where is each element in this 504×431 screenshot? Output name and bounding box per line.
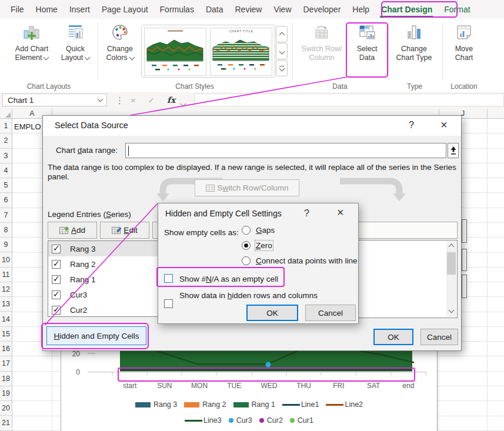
tab-file[interactable]: File xyxy=(5,0,30,19)
option-row-connect[interactable]: Connect data points with line xyxy=(242,253,358,268)
x-axis-label-tue: TUE xyxy=(217,382,252,390)
tab-format[interactable]: Format xyxy=(438,0,476,19)
move-chart-button[interactable]: Move Chart xyxy=(443,22,485,62)
radio-label: Gaps xyxy=(256,226,275,235)
close-icon[interactable]: × xyxy=(337,207,344,218)
scrollbar[interactable] xyxy=(446,241,456,317)
row-header-16[interactable]: 16 xyxy=(0,342,12,356)
radio-label: Connect data points with line xyxy=(256,256,358,265)
row-header-1[interactable]: 1 xyxy=(0,119,12,133)
series-label: Rang 1 xyxy=(70,275,96,284)
row-header-18[interactable]: 18 xyxy=(0,372,12,386)
formula-bar: Chart 1 ⋮ × ✓ fx xyxy=(0,92,504,109)
series-checkbox[interactable] xyxy=(52,306,61,315)
scrollbar-thumb[interactable] xyxy=(447,252,456,275)
x-axis-labels: startSUNMONTUEWEDTHUFRISATend xyxy=(112,382,426,390)
cancel-button[interactable]: Cancel xyxy=(305,305,356,321)
row-header-14[interactable]: 14 xyxy=(0,312,12,326)
radio-button[interactable] xyxy=(242,256,251,265)
change-chart-type-button[interactable]: Change Chart Type xyxy=(390,22,438,62)
row-header-6[interactable]: 6 xyxy=(0,193,12,208)
legend-label: Cur1 xyxy=(298,416,313,425)
show-hidden-rows-checkbox[interactable] xyxy=(164,299,173,308)
row-header-4[interactable]: 4 xyxy=(0,163,12,178)
tab-data[interactable]: Data xyxy=(200,0,229,19)
legend-marker xyxy=(229,418,233,423)
dialog-title: Select Data Source xyxy=(55,121,128,130)
scroll-up-icon[interactable] xyxy=(449,244,455,250)
chart-data-range-input[interactable] xyxy=(125,143,446,158)
radio-button[interactable] xyxy=(242,226,251,235)
help-icon[interactable]: ? xyxy=(304,208,309,219)
name-box[interactable]: Chart 1 xyxy=(2,93,107,106)
chart-style-thumbnail-2[interactable]: CHART TITLE xyxy=(210,28,272,76)
tab-review[interactable]: Review xyxy=(229,0,268,19)
scroll-down-icon[interactable] xyxy=(449,308,455,313)
row-header-3[interactable]: 3 xyxy=(0,149,12,163)
radio-button[interactable] xyxy=(242,241,251,250)
add-series-button[interactable]: + Add xyxy=(48,222,97,239)
row-header-12[interactable]: 12 xyxy=(0,282,12,297)
text-caret xyxy=(128,146,129,156)
gallery-scroll-down-button[interactable] xyxy=(276,43,288,59)
option-row-gaps[interactable]: Gaps xyxy=(242,222,358,238)
close-icon[interactable]: × xyxy=(440,119,448,130)
show-na-checkbox[interactable] xyxy=(164,274,173,283)
ok-button[interactable]: OK xyxy=(246,305,298,321)
series-checkbox[interactable] xyxy=(52,245,61,253)
collapse-dialog-button[interactable] xyxy=(448,143,459,158)
row-header-21[interactable]: 21 xyxy=(0,416,12,430)
series-checkbox[interactable] xyxy=(52,275,61,284)
ok-button[interactable]: OK xyxy=(373,329,413,345)
row-header-10[interactable]: 10 xyxy=(0,252,12,267)
tab-chart-design[interactable]: Chart Design xyxy=(375,0,438,19)
add-chart-element-button[interactable]: Add Chart Element xyxy=(7,22,56,62)
tab-help[interactable]: Help xyxy=(346,0,375,19)
row-header-11[interactable]: 11 xyxy=(0,268,12,282)
row-header-5[interactable]: 5 xyxy=(0,178,12,193)
hidden-and-empty-cells-button[interactable]: Hidden and Empty Cells xyxy=(46,326,146,345)
help-icon[interactable]: ? xyxy=(409,120,414,131)
palette-icon xyxy=(111,22,129,42)
series-checkbox[interactable] xyxy=(52,260,61,269)
row-header-20[interactable]: 20 xyxy=(0,401,12,416)
tab-view[interactable]: View xyxy=(268,0,297,19)
tab-home[interactable]: Home xyxy=(30,0,64,19)
legend-marker xyxy=(184,402,199,407)
row-header-19[interactable]: 19 xyxy=(0,386,12,401)
legend-marker xyxy=(135,402,151,407)
embedded-chart[interactable]: 20 0 startSUNMONTUEWEDTHUFRISATend Rang … xyxy=(61,351,438,431)
edit-series-button[interactable]: Edit xyxy=(100,222,149,239)
row-header-7[interactable]: 7 xyxy=(0,208,12,223)
series-checkbox[interactable] xyxy=(52,290,61,299)
chart-style-thumbnail-1[interactable] xyxy=(144,28,206,76)
quick-layout-button[interactable]: Quick Layout xyxy=(56,22,94,62)
tab-page-layout[interactable]: Page Layout xyxy=(96,0,154,19)
row-header-17[interactable]: 17 xyxy=(0,356,12,371)
gripper-icon: ⋮ xyxy=(115,93,124,107)
legend-item-line1: Line1 xyxy=(282,400,319,409)
formula-input[interactable] xyxy=(194,93,504,106)
select-all-corner[interactable] xyxy=(0,109,12,119)
ribbon: Add Chart Element Quick Layout xyxy=(0,19,504,93)
chart-styles-gallery[interactable]: CHART TITLE xyxy=(141,25,275,78)
row-header-9[interactable]: 9 xyxy=(0,238,12,252)
select-data-button[interactable]: Select Data xyxy=(348,22,386,62)
cancel-button[interactable]: Cancel xyxy=(420,329,458,345)
insert-function-icon[interactable]: fx xyxy=(167,93,175,107)
gallery-more-button[interactable] xyxy=(276,60,288,76)
row-header-2[interactable]: 2 xyxy=(0,133,12,148)
y-axis-label-20: 20 xyxy=(65,350,80,358)
row-header-15[interactable]: 15 xyxy=(0,327,12,342)
row-header-8[interactable]: 8 xyxy=(0,223,12,238)
tab-insert[interactable]: Insert xyxy=(64,0,96,19)
tab-formulas[interactable]: Formulas xyxy=(154,0,200,19)
column-gridline xyxy=(487,119,488,431)
tab-developer[interactable]: Developer xyxy=(298,0,347,19)
gallery-scroll-up-button[interactable] xyxy=(276,26,288,42)
row-header-13[interactable]: 13 xyxy=(0,297,12,312)
option-row-zero[interactable]: Zero xyxy=(242,238,358,253)
legend-marker xyxy=(233,402,249,407)
change-colors-button[interactable]: Change Colors xyxy=(101,22,139,62)
group-label-data: Data xyxy=(332,82,347,91)
